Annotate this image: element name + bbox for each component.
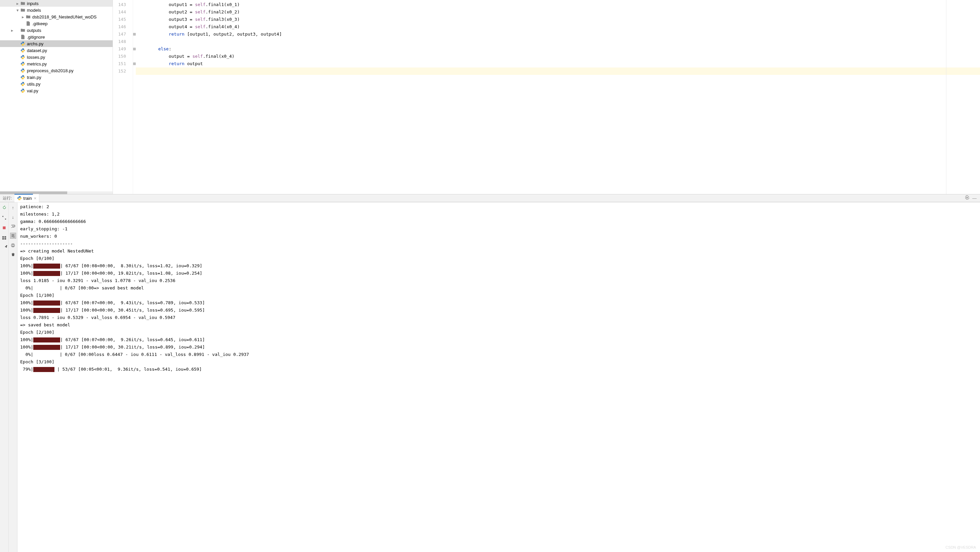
tree-item-utils-py[interactable]: utils.py [0,81,113,87]
pin-button[interactable] [2,245,7,251]
svg-rect-3 [2,238,4,240]
line-number: 143 [113,1,133,8]
console-line: -------------------- [20,240,977,247]
console-line: num_workers: 0 [20,233,977,240]
tree-label: dataset.py [27,48,47,53]
file-icon [20,34,25,40]
run-label: 运行: [0,195,14,201]
tree-item-losses-py[interactable]: losses.py [0,54,113,60]
code-line[interactable] [136,68,980,75]
console-line: 100%|| 17/17 [00:00<00:00, 30.45it/s, lo… [20,306,977,314]
up-button[interactable]: ↑ [10,205,16,211]
tree-label: models [27,8,41,13]
tree-label: .gitkeep [32,21,48,26]
line-number: 151 [113,60,133,68]
chevron-icon [15,75,20,80]
stop-button[interactable] [2,225,7,231]
line-number: 144 [113,8,133,16]
chevron-icon [15,34,20,40]
python-icon [20,88,25,94]
chevron-icon [15,41,20,46]
console-line: Epoch [2/100] [20,329,977,336]
chevron-icon [15,54,20,60]
tree-item--gitkeep[interactable]: .gitkeep [0,20,113,27]
console-line: 100%|| 67/67 [00:07<00:00, 9.43it/s, los… [20,299,977,306]
tree-item-metrics-py[interactable]: metrics.py [0,60,113,67]
chevron-icon: ▸ [10,27,15,33]
chevron-icon [15,68,20,73]
tree-label: archs.py [27,41,43,46]
wrap-button[interactable] [10,223,16,229]
code-content[interactable]: output1 = self.final1(x0_1) output2 = se… [136,0,980,194]
console-line: 100%|| 17/17 [00:00<00:00, 30.21it/s, lo… [20,344,977,351]
trash-button[interactable] [10,252,16,257]
tree-item-train-py[interactable]: train.py [0,74,113,81]
chevron-icon: ▸ [15,1,20,6]
python-icon [20,75,25,80]
svg-rect-4 [4,238,6,240]
layout-button[interactable] [2,235,7,241]
run-toolbar-secondary: ↑ ↓ [9,203,18,552]
code-line[interactable]: output2 = self.final2(x0_2) [136,8,980,16]
console-line: Epoch [1/100] [20,292,977,299]
line-gutter: 143144145146147148149150151152 [113,0,133,194]
fold-marker[interactable] [133,48,136,50]
tree-item-outputs[interactable]: ▸outputs [0,27,113,33]
tree-label: metrics.py [27,62,47,67]
console-line: 79%| | 53/67 [00:05<00:01, 9.36it/s, los… [20,366,977,373]
down-button[interactable]: ↓ [10,214,16,220]
tree-item-inputs[interactable]: ▸inputs [0,0,113,7]
code-line[interactable] [136,38,980,45]
run-tab-train[interactable]: train × [14,194,39,202]
console-line: gamma: 0.6666666666666666 [20,218,977,225]
folder-icon [25,14,31,19]
code-line[interactable]: output4 = self.final4(x0_4) [136,23,980,30]
tree-label: preprocess_dsb2018.py [27,68,73,73]
tree-label: outputs [27,28,41,33]
scroll-to-end-button[interactable] [10,233,16,239]
close-icon[interactable]: × [34,196,37,201]
settings-button[interactable] [2,214,7,220]
tree-item--gitignore[interactable]: .gitignore [0,33,113,40]
tree-item-preprocess_dsb2018-py[interactable]: preprocess_dsb2018.py [0,67,113,74]
console-output[interactable]: patience: 2milestones: 1,2gamma: 0.66666… [18,203,980,552]
python-icon [20,48,25,53]
code-line[interactable]: output3 = self.final3(x0_3) [136,16,980,23]
fold-marker[interactable] [133,62,136,65]
code-line[interactable]: return output [136,60,980,68]
tree-item-dsb2018_96_NestedUNet_woDS[interactable]: ▸dsb2018_96_NestedUNet_woDS [0,13,113,20]
code-line[interactable]: else: [136,45,980,53]
watermark: CSDN @VESDRA [945,545,976,549]
minimize-icon[interactable]: — [972,196,977,201]
tree-label: .gitignore [27,35,45,40]
code-line[interactable]: return [output1, output2, output3, outpu… [136,30,980,38]
tree-item-models[interactable]: ▾models [0,7,113,13]
tree-item-val-py[interactable]: val.py [0,87,113,94]
project-tree[interactable]: ▸inputs▾models▸dsb2018_96_NestedUNet_woD… [0,0,113,194]
line-number: 148 [113,38,133,45]
code-line[interactable]: output = self.final(x0_4) [136,53,980,60]
gear-icon[interactable] [964,195,970,201]
console-line: => saved best model [20,321,977,329]
console-line: 0%| | 0/67 [00:00loss 0.6447 - iou 0.611… [20,351,977,358]
fold-marker[interactable] [133,33,136,36]
folder-icon [20,7,25,13]
print-button[interactable] [10,242,16,248]
console-line: 100%|| 67/67 [00:07<00:00, 9.26it/s, los… [20,336,977,344]
console-line: 100%|| 67/67 [00:08<00:00, 8.30it/s, los… [20,262,977,270]
chevron-icon [20,21,25,26]
tree-item-archs-py[interactable]: archs.py [0,40,113,47]
rerun-button[interactable] [2,205,7,211]
tree-label: train.py [27,75,41,80]
tree-item-dataset-py[interactable]: dataset.py [0,47,113,54]
tab-label: train [23,196,32,201]
code-line[interactable]: output1 = self.final1(x0_1) [136,1,980,8]
line-number: 149 [113,45,133,53]
console-line: early_stopping: -1 [20,225,977,233]
code-editor[interactable]: 143144145146147148149150151152 output1 =… [113,0,980,194]
console-line: 100%|| 17/17 [00:00<00:00, 19.82it/s, lo… [20,270,977,277]
fold-markers[interactable] [133,0,136,194]
line-number: 145 [113,16,133,23]
folder-icon [20,27,25,33]
tree-label: val.py [27,88,38,94]
